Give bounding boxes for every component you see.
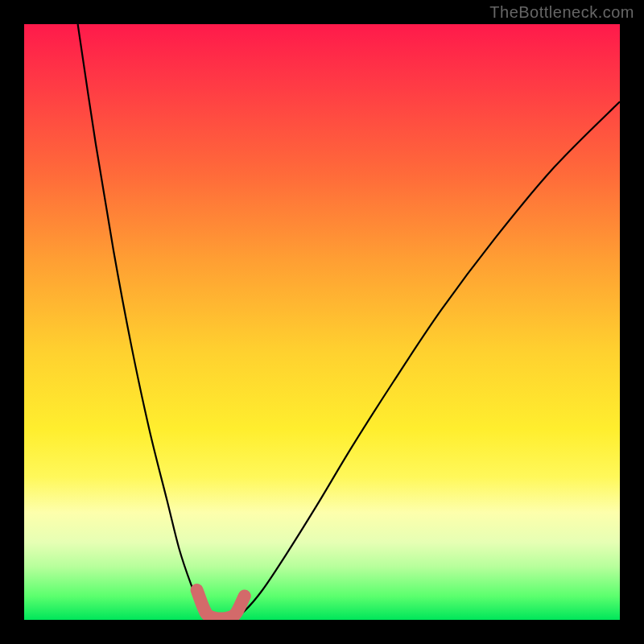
plot-area <box>24 24 620 620</box>
chart-frame: TheBottleneck.com <box>0 0 644 644</box>
highlight-layer <box>24 24 620 620</box>
attribution-text: TheBottleneck.com <box>489 3 634 22</box>
highlight-stroke <box>197 590 245 619</box>
